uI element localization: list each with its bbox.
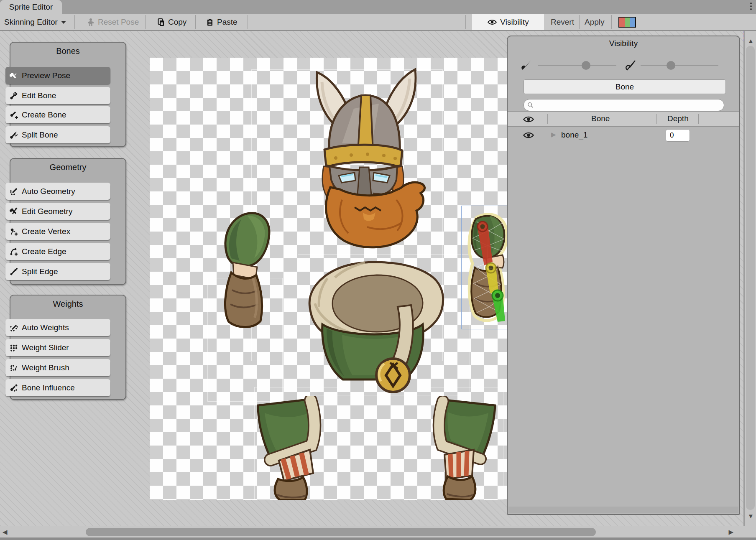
column-divider[interactable] [698,114,699,124]
mode-dropdown[interactable]: Skinning Editor [4,14,66,30]
depth-column-header[interactable]: Depth [667,114,689,123]
auto-weights-button[interactable]: Auto Weights [5,319,110,336]
bone-opacity-slider-handle[interactable] [667,61,675,70]
toolbar-separator [145,15,146,29]
scroll-left-icon[interactable]: ◀ [3,529,8,535]
bone-column-header[interactable]: Bone [591,114,610,123]
edit-bone-icon [10,92,18,100]
weight-slider-label: Weight Slider [22,343,69,352]
depth-input[interactable] [666,129,690,142]
chevron-down-icon [61,20,66,24]
bone-size-slider-handle[interactable] [582,61,590,70]
visibility-panel-title: Visibility [508,39,739,48]
bones-title: Bones [10,46,125,56]
mode-dropdown-label: Skinning Editor [4,18,58,27]
bone-filled-icon [521,59,532,71]
right-leg-sprite[interactable] [432,396,501,500]
viking-head-sprite[interactable] [292,62,438,250]
split-edge-label: Split Edge [22,267,58,276]
create-bone-button[interactable]: Create Bone [5,106,110,123]
horizontal-scrollbar-thumb[interactable] [86,528,596,536]
weight-slider-button[interactable]: Weight Slider [5,339,110,356]
toolbar-separator [248,15,248,29]
torso-sprite[interactable] [302,257,447,395]
row-visibility-eye-icon[interactable] [523,131,534,139]
auto-geometry-button[interactable]: Auto Geometry [5,183,110,200]
revert-label: Revert [551,18,574,27]
visibility-toggle-button[interactable]: Visibility [472,14,544,30]
preview-pose-label: Preview Pose [22,71,70,80]
visibility-panel: Visibility Bone Bone Depth ▶ [507,36,740,515]
bone-tab-button[interactable]: Bone [524,79,726,94]
mitten-arm-sprite[interactable] [219,208,279,331]
sprite-tint-swatch-button[interactable] [618,17,636,28]
create-bone-label: Create Bone [22,110,66,120]
row-expander-icon[interactable]: ▶ [551,131,556,138]
auto-geometry-label: Auto Geometry [22,187,75,196]
reset-pose-label: Reset Pose [98,18,139,27]
scroll-right-icon[interactable]: ▶ [728,529,733,535]
split-edge-button[interactable]: Split Edge [5,263,110,280]
create-vertex-icon [10,227,18,236]
create-edge-label: Create Edge [22,247,66,256]
edit-geometry-button[interactable]: Edit Geometry [5,203,110,220]
geometry-title: Geometry [10,163,125,172]
scroll-down-icon[interactable]: ▼ [748,513,754,519]
window-bottom-edge [0,537,756,540]
search-icon [527,102,534,108]
bone-size-slider-track[interactable] [538,65,616,66]
split-bone-button[interactable]: Split Bone [5,126,110,143]
create-edge-button[interactable]: Create Edge [5,243,110,260]
bone-influence-button[interactable]: Bone Influence [5,379,110,396]
edit-bone-button[interactable]: Edit Bone [5,87,110,104]
tab-bar: Sprite Editor [0,0,756,14]
paste-label: Paste [217,18,238,27]
bone-search-field[interactable] [524,99,724,111]
edit-geometry-label: Edit Geometry [22,207,72,216]
visibility-label: Visibility [500,18,529,27]
split-bone-icon [10,131,18,139]
tab-sprite-editor[interactable]: Sprite Editor [0,0,62,14]
search-input[interactable] [536,102,712,109]
window-menu-icon[interactable] [749,3,753,13]
split-edge-icon [10,267,18,276]
weight-brush-label: Weight Brush [22,363,69,372]
column-divider[interactable] [656,114,657,124]
revert-button[interactable]: Revert [551,14,574,30]
apply-label: Apply [585,18,605,27]
toolbar-separator [611,15,612,29]
edit-geometry-icon [10,207,18,216]
horizontal-scrollbar[interactable]: ◀ ▶ [0,526,743,537]
toolbar-separator [545,15,545,29]
create-vertex-button[interactable]: Create Vertex [5,223,110,240]
bone-outline-icon [626,59,636,71]
copy-icon [157,18,165,26]
create-bone-icon [10,111,18,119]
vertical-scrollbar-thumb[interactable] [746,46,755,510]
scroll-up-icon[interactable]: ▲ [748,38,754,44]
bone-influence-icon [10,384,18,392]
left-leg-sprite[interactable] [252,396,336,500]
preview-pose-icon [10,71,18,80]
bone-tab-label: Bone [616,82,634,91]
reset-pose-button[interactable]: Reset Pose [87,14,139,30]
apply-button[interactable]: Apply [585,14,605,30]
person-icon [87,18,95,26]
column-divider[interactable] [547,114,548,124]
weight-brush-button[interactable]: Weight Brush [5,359,110,376]
bone-influence-label: Bone Influence [22,383,75,392]
bone-opacity-slider-track[interactable] [641,65,718,66]
bone-table-row[interactable]: ▶ bone_1 [508,127,739,144]
vertical-scrollbar[interactable]: ▲ ▼ [744,31,756,526]
toolbar: Skinning Editor Reset Pose Copy Paste [0,14,756,31]
preview-pose-button[interactable]: Preview Pose [5,67,110,84]
weight-brush-icon [10,364,18,372]
toolbar-separator [465,15,466,29]
eye-column-icon[interactable] [523,115,534,123]
sprite-selection-rect [461,206,508,329]
copy-button[interactable]: Copy [157,14,186,30]
auto-geometry-icon [10,187,18,196]
copy-label: Copy [168,18,186,27]
toolbar-separator [74,15,75,29]
paste-button[interactable]: Paste [206,14,238,30]
